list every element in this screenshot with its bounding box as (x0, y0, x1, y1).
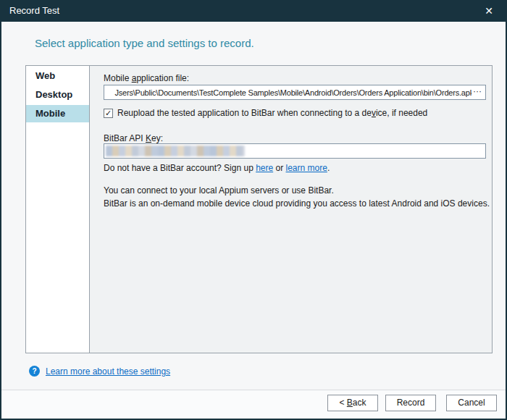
sidebar-item-desktop[interactable]: Desktop (26, 86, 89, 104)
reupload-checkbox[interactable]: ✓ (104, 109, 113, 118)
label-text: Reupload the tested application to BitBa… (117, 108, 372, 118)
signup-here-link[interactable]: here (256, 163, 273, 173)
browse-file-button[interactable]: ··· (472, 85, 483, 99)
record-test-dialog: Record Test ✕ Select application type an… (0, 0, 507, 420)
window-title: Record Test (9, 0, 59, 22)
window-border-left (0, 0, 1, 420)
learn-more-settings-link[interactable]: Learn more about these settings (46, 366, 170, 377)
mobile-app-file-value: Jsers\Public\Documents\TestComplete Samp… (106, 85, 474, 99)
label-text: Mobile (104, 73, 132, 83)
label-text: BitBar API (104, 133, 146, 143)
info-line-bitbar: BitBar is an on-demand mobile device clo… (104, 198, 490, 209)
access-key: B (347, 398, 353, 408)
bitbar-api-key-input[interactable] (104, 143, 486, 159)
label-text: ey: (151, 133, 163, 143)
label-text: pplication file: (136, 73, 189, 83)
info-line-appium: You can connect to your local Appium ser… (104, 185, 334, 196)
reupload-checkbox-row: ✓ Reupload the tested application to Bit… (104, 108, 427, 118)
bitbar-api-key-label: BitBar API Key: (104, 133, 163, 143)
label-text: < (339, 398, 346, 408)
sidebar-item-web[interactable]: Web (26, 67, 89, 85)
bitbar-account-line: Do not have a BitBar account? Sign up he… (104, 163, 330, 173)
cancel-button[interactable]: Cancel (446, 395, 497, 411)
learn-more-link[interactable]: learn more (286, 163, 327, 173)
reupload-checkbox-label: Reupload the tested application to BitBa… (117, 108, 427, 118)
label-text: ice, if needed (376, 108, 427, 118)
label-text: or (273, 163, 285, 173)
close-icon[interactable]: ✕ (477, 0, 501, 22)
access-key: K (146, 133, 151, 143)
title-bar[interactable]: Record Test ✕ (0, 0, 507, 22)
sidebar-item-label: Mobile (35, 108, 65, 119)
mobile-app-file-input[interactable]: Jsers\Public\Documents\TestComplete Samp… (104, 85, 486, 100)
help-row: ? Learn more about these settings (29, 366, 170, 377)
label-text: ack (353, 398, 366, 408)
help-question-icon[interactable]: ? (29, 366, 40, 377)
label-text: . (327, 163, 330, 173)
record-button[interactable]: Record (385, 395, 436, 411)
file-path-text: Jsers\Public\Documents\TestComplete Samp… (114, 88, 474, 97)
api-key-redacted-blur (106, 146, 245, 156)
page-title: Select application type and settings to … (35, 37, 254, 49)
mobile-app-file-label: Mobile application file: (104, 73, 189, 83)
app-type-sidebar: Web Desktop Mobile (26, 66, 90, 353)
back-button[interactable]: < Back (327, 395, 378, 411)
sidebar-item-mobile[interactable]: Mobile (26, 105, 89, 122)
label-text: Do not have a BitBar account? Sign up (104, 163, 256, 173)
sidebar-item-label: Desktop (35, 89, 72, 100)
sidebar-item-label: Web (35, 70, 55, 81)
